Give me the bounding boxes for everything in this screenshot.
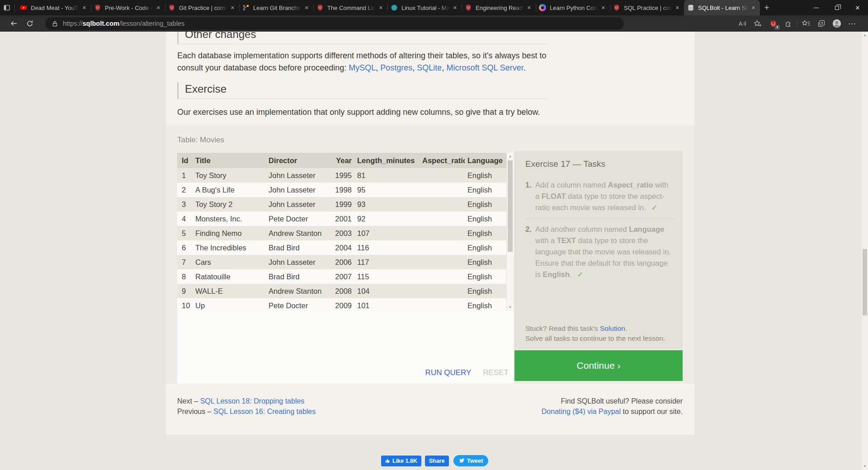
scroll-up-icon[interactable]: ▲ xyxy=(862,32,868,38)
tab-git-practice[interactable]: Git Practice | comm ✕ xyxy=(165,0,239,15)
link-mysql[interactable]: MySQL xyxy=(349,63,376,72)
collections-icon xyxy=(818,20,825,27)
shield-icon xyxy=(465,4,472,11)
tab-learn-git-branching[interactable]: Learn Git Branching ✕ xyxy=(239,0,313,15)
table-header-row: Id Title Director Year Length_minutes As… xyxy=(177,153,506,168)
tab-sql-practice[interactable]: SQL Practice | com ✕ xyxy=(610,0,684,15)
scroll-up-icon[interactable]: ▲ xyxy=(507,153,514,160)
facebook-like-button[interactable]: Like 1.8K xyxy=(381,456,421,466)
close-icon[interactable]: ✕ xyxy=(303,5,310,11)
task-complete-check-icon: ✓ xyxy=(577,270,583,278)
close-icon[interactable]: ✕ xyxy=(526,5,533,11)
shield-icon xyxy=(168,4,175,11)
table-row: 7CarsJohn Lasseter2006117English xyxy=(177,255,506,269)
tab-sqlbolt-active[interactable]: SQLBolt - Learn SQ ✕ xyxy=(684,0,760,15)
linux-tutorial-icon xyxy=(391,4,398,11)
url-text: https://sqlbolt.com/lesson/altering_tabl… xyxy=(63,20,184,27)
continue-button[interactable]: Continue › xyxy=(514,350,683,381)
shield-icon xyxy=(94,4,101,11)
database-icon xyxy=(687,4,694,11)
tab-title: Git Practice | comm xyxy=(179,5,227,11)
task-item-2: 2. Add another column named Language wit… xyxy=(525,218,675,285)
minimize-icon xyxy=(814,8,819,8)
extensions-button[interactable] xyxy=(781,17,796,30)
link-mssql[interactable]: Microsoft SQL Server xyxy=(446,63,523,72)
run-query-button[interactable]: RUN QUERY xyxy=(425,368,472,377)
tab-title: Learn Python Core xyxy=(550,5,598,11)
address-bar[interactable]: https://sqlbolt.com/lesson/altering_tabl… xyxy=(45,17,624,30)
avatar xyxy=(832,19,841,28)
svg-text:A: A xyxy=(739,21,742,27)
page-scrollbar-thumb[interactable] xyxy=(863,249,867,315)
ublock-extension-button[interactable]: 4 xyxy=(765,17,781,30)
close-icon[interactable]: ✕ xyxy=(674,5,681,11)
previous-lesson-link[interactable]: SQL Lesson 16: Creating tables xyxy=(213,408,316,415)
scroll-down-icon[interactable]: ▼ xyxy=(507,304,514,311)
intro-paragraph: Each database implementation supports di… xyxy=(177,50,571,74)
next-lesson-link[interactable]: SQL Lesson 18: Dropping tables xyxy=(200,397,305,405)
tab-pre-work[interactable]: Pre-Work - Code 4 ✕ xyxy=(91,0,165,15)
tweet-button[interactable]: Tweet xyxy=(453,455,488,466)
read-aloud-button[interactable]: A xyxy=(735,17,750,30)
section-heading-other-changes: Other changes xyxy=(177,32,548,44)
task-item-1: 1. Add a column named Aspect_ratio with … xyxy=(525,174,675,218)
reset-button[interactable]: RESET xyxy=(483,368,509,377)
profile-button[interactable] xyxy=(829,17,844,30)
tasks-title: Exercise 17 — Tasks xyxy=(525,159,605,169)
close-icon[interactable]: ✕ xyxy=(229,5,236,11)
table-row: 3Toy Story 2John Lasseter199993English xyxy=(177,197,506,212)
page-scrollbar[interactable]: ▲ ▼ xyxy=(862,32,868,470)
table-row: 10UpPete Docter2009101English xyxy=(177,298,506,311)
close-icon[interactable]: ✕ xyxy=(155,5,162,11)
read-aloud-icon: A xyxy=(738,20,746,27)
close-icon[interactable]: ✕ xyxy=(750,5,757,11)
table-scrollbar-thumb[interactable] xyxy=(508,160,513,252)
close-icon[interactable]: ✕ xyxy=(377,5,384,11)
refresh-button[interactable] xyxy=(22,17,38,30)
tab-linux-tutorial[interactable]: Linux Tutorial - Ma ✕ xyxy=(387,0,462,15)
movies-table: Id Title Director Year Length_minutes As… xyxy=(177,153,506,311)
lock-icon xyxy=(52,20,58,27)
new-tab-button[interactable]: + xyxy=(760,0,774,15)
tab-actions-button[interactable] xyxy=(0,0,14,15)
task-complete-check-icon: ✓ xyxy=(651,203,657,212)
shield-icon xyxy=(613,4,620,11)
ellipsis-icon: ⋯ xyxy=(848,19,856,28)
close-icon[interactable]: ✕ xyxy=(600,5,607,11)
tab-command-line[interactable]: The Command Line ✕ xyxy=(313,0,387,15)
table-row: 8RatatouilleBrad Bird2007115English xyxy=(177,269,506,284)
close-icon[interactable]: ✕ xyxy=(452,5,458,11)
table-scrollbar[interactable]: ▲ ▼ xyxy=(506,153,514,311)
restore-button[interactable] xyxy=(826,0,847,15)
section-heading-exercise: Exercise xyxy=(177,82,548,99)
link-sqlite[interactable]: SQLite xyxy=(417,63,442,72)
tab-learn-python[interactable]: Learn Python Core ✕ xyxy=(536,0,610,15)
favorites-button[interactable] xyxy=(798,17,814,30)
donation-note: Find SQLBolt useful? Please consider Don… xyxy=(542,396,683,417)
add-favorite-button[interactable] xyxy=(750,17,765,30)
sql-editor[interactable]: RUN QUERYRESET xyxy=(177,311,514,384)
scroll-down-icon[interactable]: ▼ xyxy=(862,463,868,470)
tab-title: SQLBolt - Learn SQ xyxy=(698,5,748,11)
link-postgres[interactable]: Postgres xyxy=(380,63,412,72)
tab-title: SQL Practice | com xyxy=(624,5,672,11)
donate-link[interactable]: Donating ($4) via Paypal xyxy=(542,408,621,415)
table-row: 5Finding NemoAndrew Stanton2003107Englis… xyxy=(177,226,506,240)
table-row: 2A Bug's LifeJohn Lasseter199895English xyxy=(177,183,506,197)
settings-menu-button[interactable]: ⋯ xyxy=(844,17,860,30)
ublock-badge: 4 xyxy=(774,25,780,30)
tab-title: Learn Git Branching xyxy=(253,5,302,11)
star-plus-icon xyxy=(754,20,762,27)
close-window-button[interactable]: ✕ xyxy=(847,0,868,15)
page-viewport: Other changes Each database implementati… xyxy=(0,32,868,470)
minimize-button[interactable] xyxy=(806,0,826,15)
tab-engineering-reading[interactable]: Engineering Readin ✕ xyxy=(462,0,536,15)
back-button[interactable] xyxy=(5,17,22,30)
favorites-star-icon xyxy=(802,20,810,27)
table-label: Table: Movies xyxy=(177,136,224,145)
close-icon[interactable]: ✕ xyxy=(81,5,88,11)
tab-dead-meat-youtube[interactable]: Dead Meat - YouTu ✕ xyxy=(17,0,91,15)
collections-button[interactable] xyxy=(814,17,829,30)
facebook-share-button[interactable]: Share xyxy=(425,456,449,466)
solution-link[interactable]: Solution xyxy=(600,324,625,332)
